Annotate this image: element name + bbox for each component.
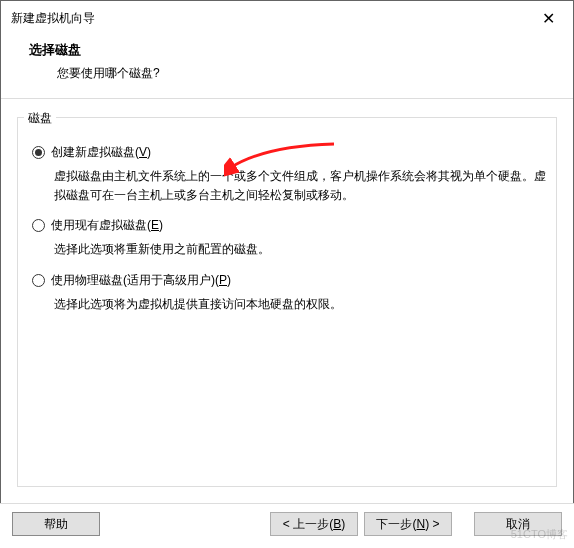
back-button[interactable]: < 上一步(B) [270,512,358,536]
option-label: 使用物理磁盘(适用于高级用户)(P) [51,272,231,289]
option-create-new[interactable]: 创建新虚拟磁盘(V) 虚拟磁盘由主机文件系统上的一个或多个文件组成，客户机操作系… [32,144,546,205]
groupbox-label: 磁盘 [24,110,56,127]
option-use-physical[interactable]: 使用物理磁盘(适用于高级用户)(P) 选择此选项将为虚拟机提供直接访问本地硬盘的… [32,272,546,314]
content-area: 磁盘 创建新虚拟磁盘(V) 虚拟磁盘由主机文件系统上的一个或多个文件组成，客户机… [1,99,573,487]
next-button[interactable]: 下一步(N) > [364,512,452,536]
window-title: 新建虚拟机向导 [11,10,534,27]
option-desc: 选择此选项将为虚拟机提供直接访问本地硬盘的权限。 [54,295,546,314]
cancel-button[interactable]: 取消 [474,512,562,536]
option-label: 创建新虚拟磁盘(V) [51,144,151,161]
help-button[interactable]: 帮助 [12,512,100,536]
step-title: 选择磁盘 [29,41,545,59]
title-bar: 新建虚拟机向导 ✕ [1,1,573,31]
option-use-existing[interactable]: 使用现有虚拟磁盘(E) 选择此选项将重新使用之前配置的磁盘。 [32,217,546,259]
option-label: 使用现有虚拟磁盘(E) [51,217,163,234]
option-desc: 虚拟磁盘由主机文件系统上的一个或多个文件组成，客户机操作系统会将其视为单个硬盘。… [54,167,546,205]
step-subtitle: 您要使用哪个磁盘? [29,65,545,82]
radio-use-physical[interactable] [32,274,45,287]
option-desc: 选择此选项将重新使用之前配置的磁盘。 [54,240,546,259]
radio-create-new[interactable] [32,146,45,159]
wizard-footer: 帮助 < 上一步(B) 下一步(N) > 取消 [0,503,574,548]
close-icon[interactable]: ✕ [534,9,563,28]
wizard-header: 选择磁盘 您要使用哪个磁盘? [1,31,573,98]
radio-use-existing[interactable] [32,219,45,232]
disk-groupbox: 磁盘 创建新虚拟磁盘(V) 虚拟磁盘由主机文件系统上的一个或多个文件组成，客户机… [17,117,557,487]
